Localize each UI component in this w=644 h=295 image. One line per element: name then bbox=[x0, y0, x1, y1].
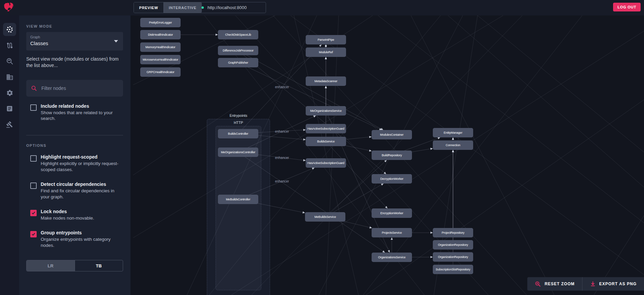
legal-icon bbox=[6, 121, 13, 128]
search-icon bbox=[31, 85, 37, 91]
graph-node-meorganizationscontroller[interactable]: MeOrganizationsController bbox=[218, 148, 258, 157]
checkbox-highlight-request-scoped[interactable] bbox=[30, 155, 37, 162]
checkbox-lock-nodes[interactable] bbox=[30, 210, 37, 216]
layout-lr-button[interactable]: LR bbox=[27, 260, 75, 271]
graph-node-projectrepository[interactable]: ProjectRepository bbox=[433, 228, 473, 237]
chevron-down-icon bbox=[114, 40, 118, 42]
graph-node-microservicehealthindicator[interactable]: MicroserviceHealthIndicator bbox=[140, 55, 181, 64]
option-title: Highlight request-scoped bbox=[41, 154, 123, 160]
rail-item-docs[interactable] bbox=[3, 102, 16, 115]
graph-canvas[interactable]: EntrypointsHTTPenhancerenhancerenhancere… bbox=[130, 15, 644, 295]
rail-item-settings[interactable] bbox=[3, 86, 16, 99]
option-lock-nodes: Lock nodesMake nodes non-movable. bbox=[26, 209, 123, 221]
option-desc: Find and fix circular dependencies in yo… bbox=[41, 188, 123, 200]
option-highlight-request-scoped: Highlight request-scopedHighlight explic… bbox=[26, 154, 123, 173]
organizations-icon bbox=[6, 73, 13, 81]
reset-zoom-label: RESET ZOOM bbox=[544, 282, 574, 286]
option-group-entrypoints: Group entrypointsOrganize entrypoints wi… bbox=[26, 230, 123, 249]
option-title: Include related nodes bbox=[41, 103, 123, 109]
graph-node-buildscontroller[interactable]: BuildsController bbox=[218, 129, 258, 138]
view-mode-section-title: VIEW MODE bbox=[26, 24, 123, 28]
option-detect-circular-dependencies: Detect circular dependenciesFind and fix… bbox=[26, 182, 123, 200]
view-tabs: PREVIEW INTERACTIVE bbox=[134, 2, 202, 13]
download-icon bbox=[590, 281, 596, 287]
graph-node-checkdiskspacelib[interactable]: CheckDiskSpaceLib bbox=[218, 30, 258, 39]
rail-item-inspect[interactable] bbox=[3, 55, 16, 68]
select-value: Classes bbox=[30, 40, 119, 46]
graph-node-moduleref[interactable]: ModuleRef bbox=[306, 47, 346, 57]
rail-item-routes[interactable] bbox=[3, 39, 16, 52]
graph-node-organizationrepository[interactable]: OrganizationRepository bbox=[433, 252, 473, 262]
checkbox-include-related-nodes[interactable] bbox=[30, 104, 37, 111]
option-title: Detect circular dependencies bbox=[41, 182, 123, 187]
graph-node-differencejobprocessor[interactable]: DifferenceJobProcessor bbox=[218, 46, 258, 55]
option-desc: Make nodes non-movable. bbox=[41, 215, 123, 221]
graph-node-encryptionworker[interactable]: EncryptionWorker bbox=[372, 208, 412, 218]
layout-tb-button[interactable]: TB bbox=[75, 260, 123, 271]
graph-node-memoryhealthindicator[interactable]: MemoryHealthIndicator bbox=[140, 42, 181, 52]
graph-node-meorganizationsservice[interactable]: MeOrganizationsService bbox=[306, 106, 346, 116]
nestjs-logo-icon bbox=[3, 2, 15, 13]
rail-item-graph-view[interactable] bbox=[3, 23, 16, 36]
logout-button[interactable]: LOG OUT bbox=[613, 3, 641, 11]
graph-node-metadatascanner[interactable]: MetadataScanner bbox=[306, 76, 346, 86]
tab-interactive[interactable]: INTERACTIVE bbox=[163, 2, 201, 13]
option-desc: Show nodes that are related to your sear… bbox=[41, 110, 123, 122]
graph-node-parseintpipe[interactable]: ParseIntPipe bbox=[306, 35, 346, 44]
graph-node-decryptionworker[interactable]: DecryptionWorker bbox=[372, 174, 412, 184]
reset-zoom-button[interactable]: RESET ZOOM bbox=[527, 277, 582, 291]
filter-nodes-box bbox=[26, 80, 123, 97]
url-input[interactable] bbox=[207, 5, 267, 10]
view-mode-help-text: Select view mode (modules or classes) fr… bbox=[26, 56, 123, 69]
graph-node-mebuildsservice[interactable]: MeBuildsService bbox=[305, 212, 345, 222]
graph-mode-select[interactable]: Graph Classes bbox=[26, 32, 123, 51]
option-include-related-nodes: Include related nodesShow nodes that are… bbox=[26, 103, 123, 122]
graph-node-entitymanager[interactable]: EntityManager bbox=[433, 128, 473, 137]
graph-node-graphpublisher[interactable]: GraphPublisher bbox=[218, 58, 258, 67]
graph-node-hasactivesubscriptionguard[interactable]: HasActiveSubscriptionGuard bbox=[306, 124, 346, 133]
url-bar[interactable] bbox=[197, 2, 266, 13]
checkbox-group-entrypoints[interactable] bbox=[30, 231, 37, 237]
graph-node-organizationrepository[interactable]: OrganizationRepository bbox=[433, 240, 473, 250]
status-dot-icon bbox=[201, 6, 204, 9]
graph-node-projectsservice[interactable]: ProjectsService bbox=[372, 228, 412, 237]
option-list: Highlight request-scopedHighlight explic… bbox=[26, 154, 123, 249]
graph-node-grpchealthindicator[interactable]: GRPCHealthIndicator bbox=[140, 67, 181, 77]
export-png-button[interactable]: EXPORT AS PNG bbox=[582, 277, 644, 291]
option-desc: Highlight explicitly or implicitly reque… bbox=[41, 161, 123, 173]
filter-nodes-input[interactable] bbox=[41, 85, 118, 91]
graph-node-prettyerrorlogger[interactable]: PrettyErrorLogger bbox=[140, 18, 181, 27]
settings-icon bbox=[6, 89, 13, 97]
graph-node-modulescontainer[interactable]: ModulesContainer bbox=[372, 130, 412, 139]
app-root: EntrypointsHTTPenhancerenhancerenhancere… bbox=[0, 0, 644, 295]
graph-node-connection[interactable]: Connection bbox=[433, 140, 473, 150]
graph-node-organizationsservice[interactable]: OrganizationsService bbox=[372, 253, 412, 262]
export-png-label: EXPORT AS PNG bbox=[599, 282, 637, 286]
options-section-title: OPTIONS bbox=[26, 143, 123, 148]
app-rail bbox=[0, 15, 19, 295]
option-title: Lock nodes bbox=[41, 209, 123, 214]
top-bar: PREVIEW INTERACTIVE LOG OUT bbox=[0, 0, 644, 15]
zoom-in-icon bbox=[535, 281, 541, 287]
rail-item-organizations[interactable] bbox=[3, 70, 16, 84]
graph-view-icon bbox=[6, 26, 13, 33]
graph-node-subscriptionslotrepository[interactable]: SubscriptionSlotRepository bbox=[433, 265, 473, 274]
graph-layer: EntrypointsHTTPenhancerenhancerenhancere… bbox=[130, 15, 644, 295]
search-option-list: Include related nodesShow nodes that are… bbox=[26, 103, 123, 122]
layout-direction-toggle: LR TB bbox=[26, 260, 123, 271]
tab-preview[interactable]: PREVIEW bbox=[134, 2, 163, 13]
routes-icon bbox=[6, 42, 13, 49]
option-title: Group entrypoints bbox=[41, 230, 123, 235]
rail-item-legal[interactable] bbox=[3, 118, 16, 131]
graph-node-diskhealthindicator[interactable]: DiskHealthIndicator bbox=[140, 30, 181, 39]
checkbox-detect-circular-dependencies[interactable] bbox=[30, 183, 37, 189]
inspect-icon bbox=[6, 58, 13, 65]
graph-node-mebuildscontroller[interactable]: MeBuildsController bbox=[218, 195, 258, 204]
graph-node-hasactivesubscriptionguard[interactable]: HasActiveSubscriptionGuard bbox=[306, 158, 346, 168]
select-label: Graph bbox=[30, 35, 119, 39]
settings-sidebar: VIEW MODE Graph Classes Select view mode… bbox=[19, 15, 130, 295]
docs-icon bbox=[6, 105, 13, 112]
graph-node-buildrepository[interactable]: BuildRepository bbox=[372, 151, 412, 160]
option-desc: Organize entrypoints with category nodes… bbox=[41, 236, 123, 249]
graph-node-buildsservice[interactable]: BuildsService bbox=[306, 137, 346, 146]
